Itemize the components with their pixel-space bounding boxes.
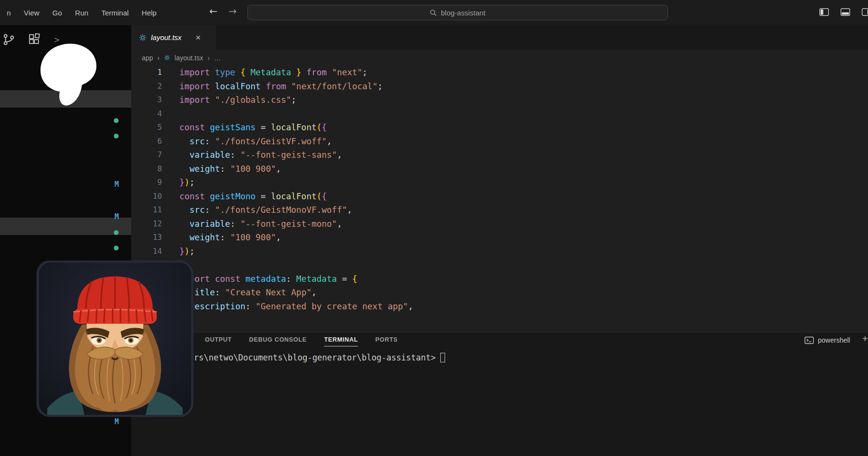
shell-label: powershell <box>818 336 850 344</box>
code-line-11: 11 src: "./fonts/GeistMonoVF.woff", <box>131 203 868 217</box>
menu-view[interactable]: View <box>24 9 39 17</box>
git-dot-marker <box>114 118 119 123</box>
code-line-7: 7 variable: "--font-geist-sans", <box>131 148 868 162</box>
toggle-sidebar-right-icon[interactable] <box>862 8 868 16</box>
command-center-search[interactable]: blog-assistant <box>247 5 668 20</box>
line-number: 12 <box>131 217 162 231</box>
line-number: 6 <box>131 135 162 149</box>
code-line-14: 14}); <box>131 245 868 259</box>
menu-go[interactable]: Go <box>53 9 62 17</box>
git-modified-marker: M <box>112 213 122 221</box>
menu-bar: nViewGoRunTerminalHelp <box>0 0 157 25</box>
code-line-2: 2import localFont from "next/font/local"… <box>131 80 868 94</box>
tab-label: layout.tsx <box>151 33 181 41</box>
panel-tab-terminal[interactable]: TERMINAL <box>324 336 358 346</box>
nav-back-button[interactable]: ← <box>209 5 217 17</box>
search-text: blog-assistant <box>441 9 486 17</box>
search-icon <box>430 9 437 16</box>
editor-tab-bar: layout.tsx × <box>131 25 868 50</box>
git-modified-marker: M <box>112 418 122 426</box>
terminal-prompt-text: rs\netwo\Documents\blog-generator\blog-a… <box>194 353 436 362</box>
code-line-3: 3import "./globals.css"; <box>131 93 868 107</box>
breadcrumb-item-file[interactable]: layout.tsx <box>175 54 203 62</box>
terminal-shell-item[interactable]: powershell <box>804 335 850 345</box>
code-line-15: 15 <box>131 258 868 272</box>
line-number: 9 <box>131 176 162 190</box>
white-blob-overlay <box>37 42 105 111</box>
menu-run[interactable]: Run <box>75 9 89 17</box>
git-dot-marker <box>114 246 119 250</box>
panel-tab-debug-console[interactable]: DEBUG CONSOLE <box>249 336 307 346</box>
breadcrumb-item-app[interactable]: app <box>142 54 153 62</box>
code-line-16: 16export const metadata: Metadata = { <box>131 272 868 286</box>
code-line-8: 8 weight: "100 900", <box>131 162 868 176</box>
line-number: 13 <box>131 231 162 245</box>
nav-forward-button[interactable]: → <box>229 5 237 17</box>
code-line-17: 17 title: "Create Next App", <box>131 286 868 300</box>
code-line-10: 10const geistMono = localFont({ <box>131 190 868 204</box>
breadcrumb-separator: › <box>207 54 210 62</box>
line-number: 11 <box>131 203 162 217</box>
code-line-9: 9}); <box>131 176 868 190</box>
breadcrumb: app › layout.tsx › … <box>131 50 868 66</box>
breadcrumb-item-more[interactable]: … <box>214 54 221 62</box>
code-line-4: 4 <box>131 107 868 121</box>
code-area[interactable]: 1import type { Metadata } from "next";2i… <box>131 66 868 313</box>
code-line-18: 18 description: "Generated by create nex… <box>131 300 868 314</box>
panel-tab-ports[interactable]: PORTS <box>375 336 398 346</box>
line-number: 10 <box>131 190 162 204</box>
tab-layout-tsx[interactable]: layout.tsx × <box>131 25 216 50</box>
line-number: 7 <box>131 148 162 162</box>
menu-n[interactable]: n <box>7 9 11 17</box>
panel-tabs: OUTPUTDEBUG CONSOLETERMINALPORTS <box>205 336 398 346</box>
lumberjack-avatar-image <box>36 261 194 417</box>
code-line-13: 13 weight: "100 900", <box>131 231 868 245</box>
code-line-12: 12 variable: "--font-geist-mono", <box>131 217 868 231</box>
bottom-panel: OUTPUTDEBUG CONSOLETERMINALPORTS rs\netw… <box>131 332 868 456</box>
code-line-6: 6 src: "./fonts/GeistVF.woff", <box>131 135 868 149</box>
line-number: 4 <box>131 107 162 121</box>
git-dot-marker <box>114 134 119 138</box>
git-modified-marker: M <box>112 180 122 188</box>
vscode-window: nViewGoRunTerminalHelp ← → blog-assistan… <box>0 0 868 456</box>
git-dot-marker <box>114 230 119 235</box>
tsx-file-icon <box>164 55 170 61</box>
menu-terminal[interactable]: Terminal <box>101 9 129 17</box>
line-number: 14 <box>131 245 162 259</box>
menu-help[interactable]: Help <box>142 9 157 17</box>
toggle-panel-icon[interactable] <box>841 8 850 16</box>
terminal-line[interactable]: rs\netwo\Documents\blog-generator\blog-a… <box>194 353 445 362</box>
breadcrumb-separator: › <box>157 54 160 62</box>
line-number: 2 <box>131 80 162 94</box>
toggle-sidebar-left-icon[interactable] <box>819 8 829 16</box>
line-number: 3 <box>131 93 162 107</box>
line-number: 5 <box>131 121 162 135</box>
code-line-1: 1import type { Metadata } from "next"; <box>131 66 868 80</box>
new-terminal-button[interactable]: + <box>862 333 868 345</box>
source-control-icon[interactable] <box>2 33 15 46</box>
tab-close-icon[interactable]: × <box>195 33 201 42</box>
title-bar: nViewGoRunTerminalHelp ← → blog-assistan… <box>0 0 868 25</box>
code-line-5: 5const geistSans = localFont({ <box>131 121 868 135</box>
panel-tab-output[interactable]: OUTPUT <box>205 336 232 346</box>
line-number: 8 <box>131 162 162 176</box>
tsx-file-icon <box>139 34 147 41</box>
terminal-cursor <box>440 353 445 362</box>
line-number: 1 <box>131 66 162 80</box>
powershell-icon <box>804 335 814 345</box>
